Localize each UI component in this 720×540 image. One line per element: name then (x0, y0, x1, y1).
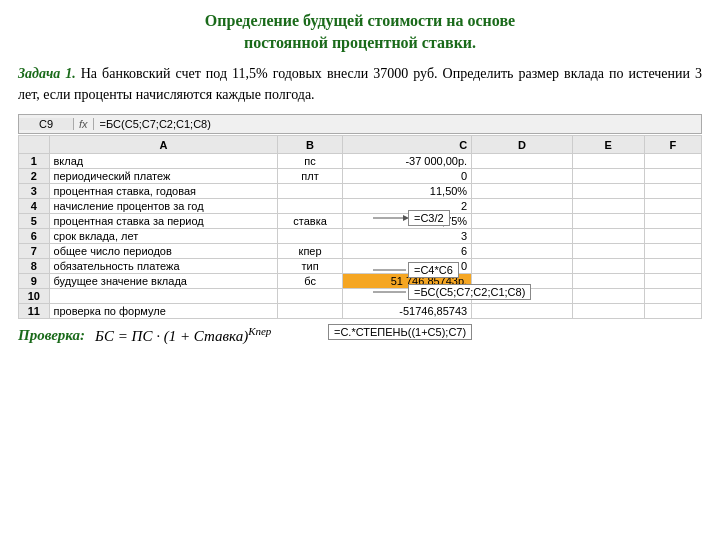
row-number: 1 (19, 154, 50, 169)
table-row: 3процентная ставка, годовая11,50% (19, 184, 702, 199)
cell-e[interactable] (572, 274, 644, 289)
cell-c[interactable]: -37 000,00р. (342, 154, 471, 169)
title-line2: постоянной процентной ставки. (18, 32, 702, 54)
cell-e[interactable] (572, 289, 644, 304)
cell-a[interactable]: проверка по формуле (49, 304, 278, 319)
cell-b[interactable] (278, 289, 343, 304)
table-row: 9будущее значение вкладабс51 746,85743р. (19, 274, 702, 289)
proof-formula: БС = ПС · (1 + Ставка)Кпер (95, 325, 271, 345)
row-number: 4 (19, 199, 50, 214)
cell-b[interactable]: кпер (278, 244, 343, 259)
table-row: 2периодический платежплт0 (19, 169, 702, 184)
cell-b[interactable] (278, 184, 343, 199)
cell-e[interactable] (572, 244, 644, 259)
cell-f[interactable] (644, 154, 702, 169)
col-c-header: C (342, 136, 471, 154)
task-body: На банковский счет под 11,5% годовых вне… (18, 66, 702, 103)
cell-f[interactable] (644, 259, 702, 274)
table-row: 7общее число периодовкпер6 (19, 244, 702, 259)
cell-c[interactable]: 0 (342, 169, 471, 184)
col-a-header: A (49, 136, 278, 154)
cell-c[interactable]: 6 (342, 244, 471, 259)
row-number: 8 (19, 259, 50, 274)
cell-b[interactable]: тип (278, 259, 343, 274)
cell-b[interactable]: пс (278, 154, 343, 169)
cell-f[interactable] (644, 304, 702, 319)
table-row: 1вкладпс-37 000,00р. (19, 154, 702, 169)
cell-e[interactable] (572, 304, 644, 319)
row-number: 3 (19, 184, 50, 199)
cell-e[interactable] (572, 169, 644, 184)
cell-f[interactable] (644, 244, 702, 259)
annotation-c4-c6: =C4*C6 (408, 262, 459, 278)
table-row: 6срок вклада, лет3 (19, 229, 702, 244)
cell-b[interactable]: бс (278, 274, 343, 289)
row-number: 2 (19, 169, 50, 184)
row-number: 7 (19, 244, 50, 259)
cell-a[interactable]: обязательность платежа (49, 259, 278, 274)
cell-f[interactable] (644, 214, 702, 229)
cell-e[interactable] (572, 259, 644, 274)
cell-f[interactable] (644, 289, 702, 304)
annotation-c3-div2: =C3/2 (408, 210, 450, 226)
cell-f[interactable] (644, 274, 702, 289)
cell-a[interactable]: начисление процентов за год (49, 199, 278, 214)
table-row: 4начисление процентов за год2 (19, 199, 702, 214)
cell-d[interactable] (472, 304, 573, 319)
row-number: 5 (19, 214, 50, 229)
cell-e[interactable] (572, 229, 644, 244)
cell-a[interactable]: общее число периодов (49, 244, 278, 259)
proof-label: Проверка: (18, 327, 85, 344)
spreadsheet-area: C9 fx =БС(C5;C7;C2;C1;C8) A B C D E F 1в… (18, 114, 702, 319)
cell-a[interactable]: процентная ставка, годовая (49, 184, 278, 199)
title-line1: Определение будущей стоимости на основе (18, 10, 702, 32)
cell-d[interactable] (472, 229, 573, 244)
cell-f[interactable] (644, 169, 702, 184)
row-number: 10 (19, 289, 50, 304)
cell-c[interactable]: 11,50% (342, 184, 471, 199)
row-number: 11 (19, 304, 50, 319)
cell-a[interactable]: вклад (49, 154, 278, 169)
cell-d[interactable] (472, 154, 573, 169)
cell-b[interactable] (278, 199, 343, 214)
cell-a[interactable]: процентная ставка за период (49, 214, 278, 229)
cell-b[interactable]: плт (278, 169, 343, 184)
cell-c[interactable]: 3 (342, 229, 471, 244)
cell-e[interactable] (572, 154, 644, 169)
cell-f[interactable] (644, 199, 702, 214)
cell-e[interactable] (572, 184, 644, 199)
cell-a[interactable] (49, 289, 278, 304)
col-e-header: E (572, 136, 644, 154)
table-row: 8обязательность платежатип0 (19, 259, 702, 274)
cell-d[interactable] (472, 184, 573, 199)
cell-b[interactable]: ставка (278, 214, 343, 229)
cell-a[interactable]: периодический платеж (49, 169, 278, 184)
annotation-bs-formula: =БС(C5;C7;C2;C1;C8) (408, 284, 531, 300)
cell-a[interactable]: будущее значение вклада (49, 274, 278, 289)
cell-d[interactable] (472, 169, 573, 184)
cell-d[interactable] (472, 214, 573, 229)
cell-d[interactable] (472, 259, 573, 274)
col-f-header: F (644, 136, 702, 154)
formula-content: =БС(C5;C7;C2;C1;C8) (94, 118, 217, 130)
cell-d[interactable] (472, 199, 573, 214)
col-b-header: B (278, 136, 343, 154)
task-label: Задача 1. (18, 66, 76, 81)
table-row: 5процентная ставка за периодставка5,75% (19, 214, 702, 229)
cell-e[interactable] (572, 199, 644, 214)
spreadsheet-table: A B C D E F 1вкладпс-37 000,00р.2периоди… (18, 135, 702, 319)
cell-a[interactable]: срок вклада, лет (49, 229, 278, 244)
cell-reference[interactable]: C9 (19, 118, 74, 130)
cell-f[interactable] (644, 229, 702, 244)
cell-c[interactable]: -51746,85743 (342, 304, 471, 319)
col-d-header: D (472, 136, 573, 154)
cell-d[interactable] (472, 244, 573, 259)
cell-e[interactable] (572, 214, 644, 229)
annotation-proof-formula: =C.*СТЕПЕНЬ((1+C5);C7) (328, 324, 472, 340)
title: Определение будущей стоимости на основе … (18, 10, 702, 55)
row-number: 6 (19, 229, 50, 244)
table-row: 10 (19, 289, 702, 304)
cell-f[interactable] (644, 184, 702, 199)
cell-b[interactable] (278, 304, 343, 319)
cell-b[interactable] (278, 229, 343, 244)
